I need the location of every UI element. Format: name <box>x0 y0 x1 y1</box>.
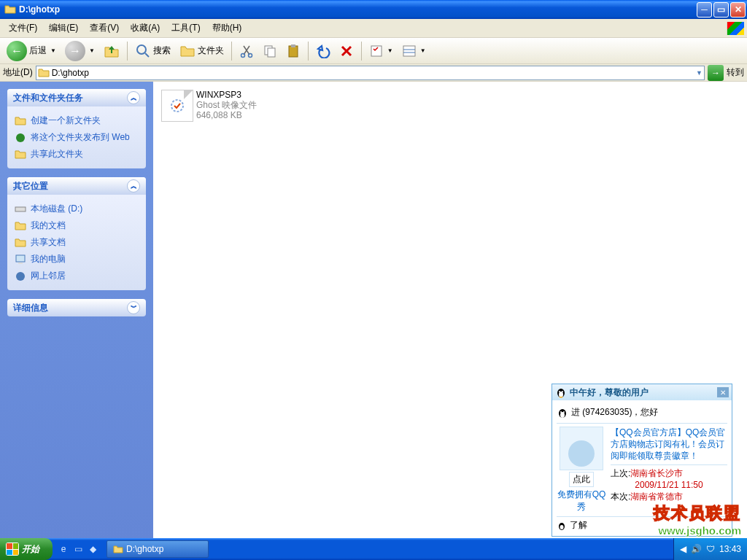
menu-favorites[interactable]: 收藏(A) <box>125 20 166 36</box>
qq-promo-text[interactable]: 【QQ会员官方店】QQ会员官方店购物志订阅有礼！会员订阅即能领取尊贵徽章！ <box>611 427 727 462</box>
menu-help[interactable]: 帮助(H) <box>206 20 248 36</box>
place-my-computer[interactable]: 我的电脑 <box>15 251 139 268</box>
quick-launch-desktop[interactable]: ▭ <box>71 541 85 557</box>
qq-avatar-placeholder[interactable] <box>560 427 603 470</box>
svg-rect-6 <box>289 46 298 57</box>
file-item[interactable]: WINXPSP3 Ghost 映像文件 646,088 KB <box>159 88 305 124</box>
copy-icon <box>263 44 277 58</box>
svg-rect-13 <box>15 207 26 211</box>
maximize-button[interactable]: ▭ <box>713 2 729 18</box>
ghost-file-icon <box>161 90 193 122</box>
search-button[interactable]: 搜索 <box>131 40 174 62</box>
go-button[interactable]: → <box>708 65 724 81</box>
task-new-folder[interactable]: 创建一个新文件夹 <box>15 112 139 129</box>
go-label: 转到 <box>727 66 744 79</box>
search-icon <box>135 43 151 59</box>
chevron-down-icon: ︾ <box>127 301 140 314</box>
place-shared-docs[interactable]: 共享文档 <box>15 234 139 251</box>
address-label: 地址(D) <box>3 66 33 79</box>
menubar: 文件(F) 编辑(E) 查看(V) 收藏(A) 工具(T) 帮助(H) <box>0 19 747 38</box>
window-title: D:\ghotxp <box>19 4 697 15</box>
network-icon <box>15 271 26 282</box>
views-button[interactable]: ▼ <box>398 40 430 62</box>
windows-flag-icon <box>727 22 744 35</box>
qq-notification: 中午好，尊敬的用户 ✕ 进 (974263035)，您好 点此 免费拥有QQ秀 … <box>551 384 732 537</box>
svg-rect-5 <box>268 48 275 57</box>
svg-rect-8 <box>371 46 382 56</box>
address-field[interactable]: D:\ghotxp ▼ <box>36 66 705 80</box>
qq-penguin-icon <box>557 407 568 419</box>
qq-avatar-caption[interactable]: 免费拥有QQ秀 <box>557 489 606 513</box>
svg-rect-15 <box>18 262 23 264</box>
properties-icon <box>369 44 384 58</box>
tray-icon[interactable]: 🛡 <box>706 544 715 554</box>
dropdown-icon[interactable]: ▼ <box>696 69 703 77</box>
panel-other-places-header[interactable]: 其它位置︽ <box>7 177 146 195</box>
qq-penguin-icon <box>555 386 567 398</box>
folders-icon <box>179 43 196 59</box>
close-button[interactable]: ✕ <box>730 2 746 18</box>
menu-tools[interactable]: 工具(T) <box>166 20 206 36</box>
documents-icon <box>15 220 26 232</box>
svg-point-16 <box>16 272 25 281</box>
folders-button[interactable]: 文件夹 <box>176 40 228 62</box>
cut-button[interactable] <box>236 40 258 62</box>
paste-button[interactable] <box>282 40 304 62</box>
svg-rect-14 <box>16 255 25 262</box>
panel-details-header[interactable]: 详细信息︾ <box>7 299 146 316</box>
up-button[interactable] <box>100 40 123 62</box>
qq-footer-link[interactable]: 了解 <box>570 519 587 532</box>
file-size: 646,088 KB <box>196 110 257 120</box>
svg-point-0 <box>137 45 146 54</box>
svg-point-25 <box>563 411 565 413</box>
undo-button[interactable] <box>312 40 334 62</box>
svg-point-21 <box>562 391 563 392</box>
svg-point-24 <box>560 411 562 413</box>
place-local-disk[interactable]: 本地磁盘 (D:) <box>15 201 139 217</box>
svg-point-27 <box>560 525 564 529</box>
svg-rect-7 <box>291 44 295 47</box>
tray-icon[interactable]: ◀ <box>680 544 686 554</box>
file-type: Ghost 映像文件 <box>196 100 257 110</box>
undo-icon <box>316 44 330 58</box>
qq-close-button[interactable]: ✕ <box>717 387 729 397</box>
menu-view[interactable]: 查看(V) <box>84 20 125 36</box>
qq-avatar-button[interactable]: 点此 <box>569 472 594 487</box>
task-share[interactable]: 共享此文件夹 <box>15 146 139 163</box>
place-my-documents[interactable]: 我的文档 <box>15 217 139 234</box>
quick-launch-ie[interactable]: e <box>57 541 70 557</box>
forward-button[interactable]: →▼ <box>61 40 98 62</box>
svg-point-17 <box>171 100 183 112</box>
share-folder-icon <box>15 149 26 160</box>
toolbar: ←后退▼ →▼ 搜索 文件夹 ▼ ▼ <box>0 38 747 64</box>
panel-file-tasks-header[interactable]: 文件和文件夹任务︽ <box>7 89 146 106</box>
copy-button[interactable] <box>259 40 281 62</box>
menu-file[interactable]: 文件(F) <box>3 20 43 36</box>
menu-edit[interactable]: 编辑(E) <box>43 20 84 36</box>
svg-point-2 <box>241 53 244 57</box>
globe-icon <box>15 132 26 144</box>
tray-icon[interactable]: 🔊 <box>691 544 702 554</box>
start-button[interactable]: 开始 <box>0 538 53 560</box>
scissors-icon <box>239 44 254 58</box>
task-publish-web[interactable]: 将这个文件夹发布到 Web <box>15 129 139 146</box>
place-network[interactable]: 网上邻居 <box>15 268 139 284</box>
minimize-button[interactable]: ─ <box>697 2 712 18</box>
folder-icon <box>38 67 50 79</box>
back-button[interactable]: ←后退▼ <box>3 40 60 62</box>
quick-launch-app[interactable]: ◆ <box>86 541 99 557</box>
folder-icon <box>4 4 16 15</box>
file-name: WINXPSP3 <box>196 90 257 100</box>
svg-line-1 <box>145 53 149 57</box>
computer-icon <box>15 254 26 265</box>
properties-button[interactable]: ▼ <box>365 40 397 62</box>
taskbar-item[interactable]: D:\ghotxp <box>107 540 209 558</box>
delete-icon <box>339 44 354 58</box>
delete-button[interactable] <box>336 40 357 62</box>
svg-point-20 <box>559 391 560 392</box>
svg-point-23 <box>560 412 565 418</box>
clock: 13:43 <box>719 544 741 554</box>
chevron-up-icon: ︽ <box>127 179 140 192</box>
system-tray[interactable]: ◀ 🔊 🛡 13:43 <box>673 538 747 560</box>
new-folder-icon <box>15 115 26 127</box>
